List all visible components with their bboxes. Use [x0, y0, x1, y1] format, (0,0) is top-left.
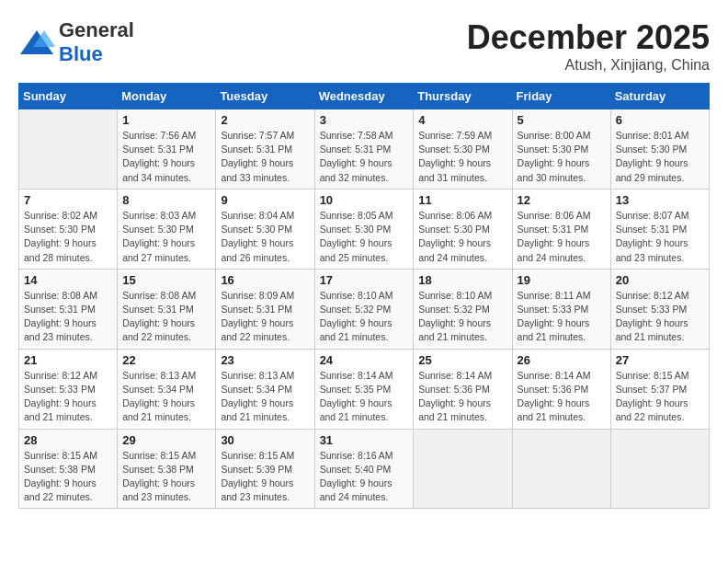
day-info: Sunrise: 8:14 AMSunset: 5:35 PMDaylight:… [320, 369, 409, 425]
calendar-cell: 13Sunrise: 8:07 AMSunset: 5:31 PMDayligh… [610, 189, 709, 269]
calendar-header-row: SundayMondayTuesdayWednesdayThursdayFrid… [19, 84, 710, 109]
calendar-cell: 10Sunrise: 8:05 AMSunset: 5:30 PMDayligh… [314, 189, 414, 269]
weekday-header: Sunday [19, 84, 118, 109]
day-info: Sunrise: 8:08 AMSunset: 5:31 PMDaylight:… [24, 289, 112, 345]
day-number: 20 [616, 273, 704, 287]
day-info: Sunrise: 8:13 AMSunset: 5:34 PMDaylight:… [122, 369, 210, 425]
day-info: Sunrise: 7:57 AMSunset: 5:31 PMDaylight:… [221, 129, 309, 185]
calendar-cell: 18Sunrise: 8:10 AMSunset: 5:32 PMDayligh… [414, 269, 512, 349]
day-number: 4 [418, 113, 506, 127]
day-number: 28 [24, 433, 112, 447]
calendar-week-row: 28Sunrise: 8:15 AMSunset: 5:38 PMDayligh… [19, 429, 710, 509]
day-number: 2 [221, 113, 309, 127]
weekday-header: Friday [512, 84, 610, 109]
day-number: 5 [518, 113, 606, 127]
calendar-cell: 12Sunrise: 8:06 AMSunset: 5:31 PMDayligh… [512, 189, 610, 269]
day-info: Sunrise: 8:14 AMSunset: 5:36 PMDaylight:… [518, 369, 606, 425]
calendar-cell: 11Sunrise: 8:06 AMSunset: 5:30 PMDayligh… [414, 189, 512, 269]
day-info: Sunrise: 8:10 AMSunset: 5:32 PMDaylight:… [418, 289, 506, 345]
title-block: December 2025 Atush, Xinjiang, China [467, 18, 710, 74]
day-number: 6 [616, 113, 704, 127]
day-info: Sunrise: 8:15 AMSunset: 5:38 PMDaylight:… [122, 449, 210, 505]
day-info: Sunrise: 8:13 AMSunset: 5:34 PMDaylight:… [221, 369, 309, 425]
calendar-cell: 5Sunrise: 8:00 AMSunset: 5:30 PMDaylight… [512, 109, 610, 190]
day-number: 27 [616, 353, 704, 367]
calendar-cell: 22Sunrise: 8:13 AMSunset: 5:34 PMDayligh… [118, 349, 216, 429]
logo: General Blue [18, 18, 134, 66]
calendar-cell [610, 429, 709, 509]
logo-blue-text: Blue [59, 42, 103, 65]
day-info: Sunrise: 8:02 AMSunset: 5:30 PMDaylight:… [24, 209, 112, 265]
month-title: December 2025 [467, 18, 710, 57]
calendar-week-row: 14Sunrise: 8:08 AMSunset: 5:31 PMDayligh… [19, 269, 710, 349]
calendar-cell: 31Sunrise: 8:16 AMSunset: 5:40 PMDayligh… [314, 429, 414, 509]
location: Atush, Xinjiang, China [467, 57, 710, 74]
calendar-cell: 24Sunrise: 8:14 AMSunset: 5:35 PMDayligh… [314, 349, 414, 429]
day-info: Sunrise: 8:09 AMSunset: 5:31 PMDaylight:… [221, 289, 309, 345]
calendar-cell: 14Sunrise: 8:08 AMSunset: 5:31 PMDayligh… [19, 269, 118, 349]
day-number: 14 [24, 273, 112, 287]
day-number: 22 [122, 353, 210, 367]
calendar-cell [512, 429, 610, 509]
calendar-cell: 4Sunrise: 7:59 AMSunset: 5:30 PMDaylight… [414, 109, 512, 190]
calendar-cell: 3Sunrise: 7:58 AMSunset: 5:31 PMDaylight… [314, 109, 414, 190]
calendar-week-row: 1Sunrise: 7:56 AMSunset: 5:31 PMDaylight… [19, 109, 710, 190]
day-info: Sunrise: 7:59 AMSunset: 5:30 PMDaylight:… [418, 129, 506, 185]
day-number: 18 [418, 273, 506, 287]
day-number: 29 [122, 433, 210, 447]
day-number: 30 [221, 433, 309, 447]
calendar-cell: 20Sunrise: 8:12 AMSunset: 5:33 PMDayligh… [610, 269, 709, 349]
calendar-cell: 9Sunrise: 8:04 AMSunset: 5:30 PMDaylight… [216, 189, 314, 269]
calendar-cell [414, 429, 512, 509]
day-info: Sunrise: 8:00 AMSunset: 5:30 PMDaylight:… [518, 129, 606, 185]
day-number: 10 [320, 193, 409, 207]
day-number: 16 [221, 273, 309, 287]
day-number: 1 [122, 113, 210, 127]
calendar-cell: 27Sunrise: 8:15 AMSunset: 5:37 PMDayligh… [610, 349, 709, 429]
day-number: 9 [221, 193, 309, 207]
calendar-cell [19, 109, 118, 190]
calendar-cell: 6Sunrise: 8:01 AMSunset: 5:30 PMDaylight… [610, 109, 709, 190]
calendar-cell: 2Sunrise: 7:57 AMSunset: 5:31 PMDaylight… [216, 109, 314, 190]
day-info: Sunrise: 8:06 AMSunset: 5:30 PMDaylight:… [418, 209, 506, 265]
day-number: 21 [24, 353, 112, 367]
day-number: 17 [320, 273, 409, 287]
logo-general-text: General [59, 18, 134, 41]
logo-icon [18, 29, 55, 56]
day-number: 25 [418, 353, 506, 367]
day-number: 23 [221, 353, 309, 367]
calendar-cell: 19Sunrise: 8:11 AMSunset: 5:33 PMDayligh… [512, 269, 610, 349]
calendar-cell: 7Sunrise: 8:02 AMSunset: 5:30 PMDaylight… [19, 189, 118, 269]
day-info: Sunrise: 8:05 AMSunset: 5:30 PMDaylight:… [320, 209, 409, 265]
page-header: General Blue December 2025 Atush, Xinjia… [18, 18, 710, 74]
day-number: 8 [122, 193, 210, 207]
day-info: Sunrise: 8:08 AMSunset: 5:31 PMDaylight:… [122, 289, 210, 345]
calendar-cell: 23Sunrise: 8:13 AMSunset: 5:34 PMDayligh… [216, 349, 314, 429]
weekday-header: Monday [118, 84, 216, 109]
weekday-header: Saturday [610, 84, 709, 109]
day-info: Sunrise: 8:07 AMSunset: 5:31 PMDaylight:… [616, 209, 704, 265]
day-number: 3 [320, 113, 409, 127]
day-info: Sunrise: 8:11 AMSunset: 5:33 PMDaylight:… [518, 289, 606, 345]
day-info: Sunrise: 8:12 AMSunset: 5:33 PMDaylight:… [616, 289, 704, 345]
day-number: 15 [122, 273, 210, 287]
weekday-header: Thursday [414, 84, 512, 109]
day-number: 7 [24, 193, 112, 207]
calendar-cell: 8Sunrise: 8:03 AMSunset: 5:30 PMDaylight… [118, 189, 216, 269]
calendar-week-row: 7Sunrise: 8:02 AMSunset: 5:30 PMDaylight… [19, 189, 710, 269]
day-info: Sunrise: 8:15 AMSunset: 5:38 PMDaylight:… [24, 449, 112, 505]
weekday-header: Wednesday [314, 84, 414, 109]
weekday-header: Tuesday [216, 84, 314, 109]
day-info: Sunrise: 7:58 AMSunset: 5:31 PMDaylight:… [320, 129, 409, 185]
calendar-cell: 17Sunrise: 8:10 AMSunset: 5:32 PMDayligh… [314, 269, 414, 349]
day-number: 19 [518, 273, 606, 287]
day-info: Sunrise: 8:06 AMSunset: 5:31 PMDaylight:… [518, 209, 606, 265]
day-number: 31 [320, 433, 409, 447]
day-info: Sunrise: 8:15 AMSunset: 5:37 PMDaylight:… [616, 369, 704, 425]
calendar-cell: 16Sunrise: 8:09 AMSunset: 5:31 PMDayligh… [216, 269, 314, 349]
day-number: 11 [418, 193, 506, 207]
calendar-table: SundayMondayTuesdayWednesdayThursdayFrid… [18, 83, 710, 509]
day-info: Sunrise: 8:14 AMSunset: 5:36 PMDaylight:… [418, 369, 506, 425]
day-number: 24 [320, 353, 409, 367]
calendar-cell: 15Sunrise: 8:08 AMSunset: 5:31 PMDayligh… [118, 269, 216, 349]
